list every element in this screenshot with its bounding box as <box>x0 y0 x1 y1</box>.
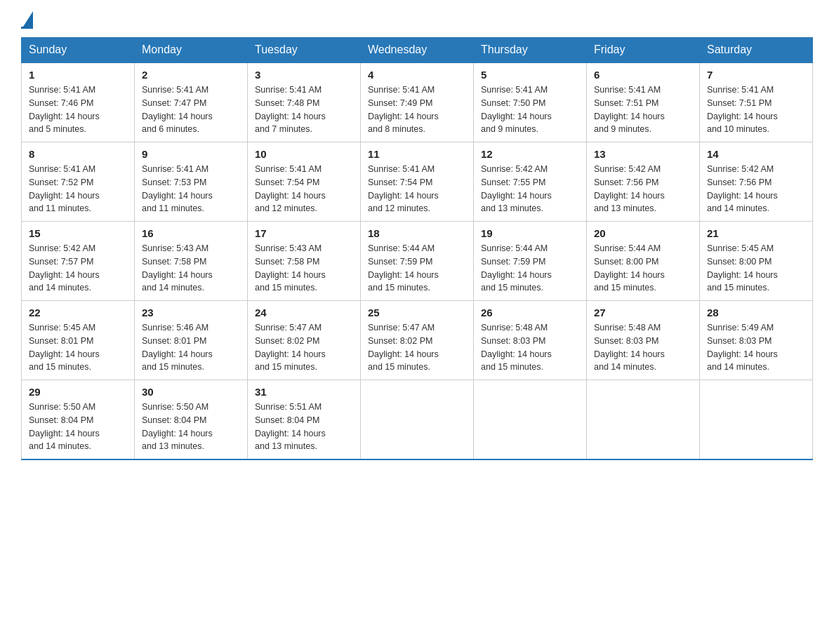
day-number: 27 <box>594 307 692 318</box>
calendar-day-cell: 14 Sunrise: 5:42 AMSunset: 7:56 PMDaylig… <box>700 142 813 222</box>
calendar-day-cell: 7 Sunrise: 5:41 AMSunset: 7:51 PMDayligh… <box>700 62 813 142</box>
day-number: 5 <box>481 69 579 81</box>
day-info: Sunrise: 5:41 AMSunset: 7:51 PMDaylight:… <box>707 83 805 136</box>
day-number: 23 <box>142 307 240 318</box>
day-info: Sunrise: 5:48 AMSunset: 8:03 PMDaylight:… <box>481 321 579 374</box>
day-number: 17 <box>255 227 353 239</box>
calendar-day-cell: 21 Sunrise: 5:45 AMSunset: 8:00 PMDaylig… <box>700 222 813 301</box>
day-number: 31 <box>255 386 353 398</box>
calendar-week-row: 29 Sunrise: 5:50 AMSunset: 8:04 PMDaylig… <box>22 380 813 460</box>
calendar-table: SundayMondayTuesdayWednesdayThursdayFrid… <box>21 37 813 460</box>
calendar-day-cell: 8 Sunrise: 5:41 AMSunset: 7:52 PMDayligh… <box>22 142 135 222</box>
calendar-day-cell: 29 Sunrise: 5:50 AMSunset: 8:04 PMDaylig… <box>22 380 135 460</box>
calendar-day-cell: 20 Sunrise: 5:44 AMSunset: 8:00 PMDaylig… <box>587 222 700 301</box>
day-number: 25 <box>368 307 466 318</box>
calendar-day-cell <box>361 380 474 460</box>
day-info: Sunrise: 5:42 AMSunset: 7:57 PMDaylight:… <box>29 242 127 295</box>
page-header <box>21 14 813 29</box>
day-info: Sunrise: 5:47 AMSunset: 8:02 PMDaylight:… <box>255 321 353 374</box>
calendar-day-cell: 2 Sunrise: 5:41 AMSunset: 7:47 PMDayligh… <box>135 62 248 142</box>
day-number: 9 <box>142 148 240 160</box>
calendar-day-cell: 19 Sunrise: 5:44 AMSunset: 7:59 PMDaylig… <box>474 222 587 301</box>
day-info: Sunrise: 5:42 AMSunset: 7:56 PMDaylight:… <box>707 163 805 215</box>
calendar-header-sunday: Sunday <box>22 38 135 63</box>
day-info: Sunrise: 5:41 AMSunset: 7:52 PMDaylight:… <box>29 163 127 215</box>
calendar-day-cell: 15 Sunrise: 5:42 AMSunset: 7:57 PMDaylig… <box>22 222 135 301</box>
day-number: 16 <box>142 227 240 239</box>
day-number: 20 <box>594 227 692 239</box>
day-number: 2 <box>142 69 240 81</box>
day-number: 3 <box>255 69 353 81</box>
day-info: Sunrise: 5:50 AMSunset: 8:04 PMDaylight:… <box>142 401 240 453</box>
day-info: Sunrise: 5:42 AMSunset: 7:56 PMDaylight:… <box>594 163 692 215</box>
calendar-day-cell: 12 Sunrise: 5:42 AMSunset: 7:55 PMDaylig… <box>474 142 587 222</box>
calendar-day-cell: 5 Sunrise: 5:41 AMSunset: 7:50 PMDayligh… <box>474 62 587 142</box>
calendar-day-cell <box>700 380 813 460</box>
day-number: 14 <box>707 148 805 160</box>
calendar-day-cell <box>474 380 587 460</box>
day-number: 28 <box>707 307 805 318</box>
calendar-day-cell: 24 Sunrise: 5:47 AMSunset: 8:02 PMDaylig… <box>248 301 361 380</box>
day-number: 4 <box>368 69 466 81</box>
day-number: 30 <box>142 386 240 398</box>
day-info: Sunrise: 5:41 AMSunset: 7:51 PMDaylight:… <box>594 83 692 136</box>
day-info: Sunrise: 5:42 AMSunset: 7:55 PMDaylight:… <box>481 163 579 215</box>
day-number: 21 <box>707 227 805 239</box>
day-info: Sunrise: 5:43 AMSunset: 7:58 PMDaylight:… <box>255 242 353 295</box>
day-info: Sunrise: 5:43 AMSunset: 7:58 PMDaylight:… <box>142 242 240 295</box>
day-info: Sunrise: 5:41 AMSunset: 7:54 PMDaylight:… <box>255 163 353 215</box>
calendar-day-cell: 1 Sunrise: 5:41 AMSunset: 7:46 PMDayligh… <box>22 62 135 142</box>
day-number: 15 <box>29 227 127 239</box>
calendar-day-cell: 9 Sunrise: 5:41 AMSunset: 7:53 PMDayligh… <box>135 142 248 222</box>
day-info: Sunrise: 5:44 AMSunset: 7:59 PMDaylight:… <box>368 242 466 295</box>
calendar-day-cell: 10 Sunrise: 5:41 AMSunset: 7:54 PMDaylig… <box>248 142 361 222</box>
day-info: Sunrise: 5:41 AMSunset: 7:46 PMDaylight:… <box>29 83 127 136</box>
calendar-day-cell: 4 Sunrise: 5:41 AMSunset: 7:49 PMDayligh… <box>361 62 474 142</box>
calendar-day-cell: 13 Sunrise: 5:42 AMSunset: 7:56 PMDaylig… <box>587 142 700 222</box>
calendar-header-friday: Friday <box>587 38 700 63</box>
day-number: 6 <box>594 69 692 81</box>
calendar-header-thursday: Thursday <box>474 38 587 63</box>
day-number: 8 <box>29 148 127 160</box>
day-info: Sunrise: 5:49 AMSunset: 8:03 PMDaylight:… <box>707 321 805 374</box>
calendar-header-wednesday: Wednesday <box>361 38 474 63</box>
logo-underline <box>21 27 33 29</box>
logo <box>21 14 33 29</box>
day-number: 26 <box>481 307 579 318</box>
day-info: Sunrise: 5:48 AMSunset: 8:03 PMDaylight:… <box>594 321 692 374</box>
calendar-day-cell: 6 Sunrise: 5:41 AMSunset: 7:51 PMDayligh… <box>587 62 700 142</box>
calendar-week-row: 15 Sunrise: 5:42 AMSunset: 7:57 PMDaylig… <box>22 222 813 301</box>
day-info: Sunrise: 5:51 AMSunset: 8:04 PMDaylight:… <box>255 401 353 453</box>
day-info: Sunrise: 5:41 AMSunset: 7:49 PMDaylight:… <box>368 83 466 136</box>
calendar-day-cell: 23 Sunrise: 5:46 AMSunset: 8:01 PMDaylig… <box>135 301 248 380</box>
day-info: Sunrise: 5:41 AMSunset: 7:47 PMDaylight:… <box>142 83 240 136</box>
day-number: 22 <box>29 307 127 318</box>
calendar-day-cell: 16 Sunrise: 5:43 AMSunset: 7:58 PMDaylig… <box>135 222 248 301</box>
day-number: 24 <box>255 307 353 318</box>
calendar-day-cell: 26 Sunrise: 5:48 AMSunset: 8:03 PMDaylig… <box>474 301 587 380</box>
day-info: Sunrise: 5:45 AMSunset: 8:01 PMDaylight:… <box>29 321 127 374</box>
calendar-day-cell: 18 Sunrise: 5:44 AMSunset: 7:59 PMDaylig… <box>361 222 474 301</box>
day-info: Sunrise: 5:47 AMSunset: 8:02 PMDaylight:… <box>368 321 466 374</box>
calendar-week-row: 8 Sunrise: 5:41 AMSunset: 7:52 PMDayligh… <box>22 142 813 222</box>
logo-triangle-icon <box>23 11 33 27</box>
day-info: Sunrise: 5:44 AMSunset: 7:59 PMDaylight:… <box>481 242 579 295</box>
day-info: Sunrise: 5:45 AMSunset: 8:00 PMDaylight:… <box>707 242 805 295</box>
day-number: 7 <box>707 69 805 81</box>
day-info: Sunrise: 5:41 AMSunset: 7:50 PMDaylight:… <box>481 83 579 136</box>
calendar-header-row: SundayMondayTuesdayWednesdayThursdayFrid… <box>22 38 813 63</box>
day-number: 13 <box>594 148 692 160</box>
day-info: Sunrise: 5:41 AMSunset: 7:54 PMDaylight:… <box>368 163 466 215</box>
calendar-header-monday: Monday <box>135 38 248 63</box>
day-info: Sunrise: 5:41 AMSunset: 7:53 PMDaylight:… <box>142 163 240 215</box>
day-number: 18 <box>368 227 466 239</box>
calendar-day-cell: 31 Sunrise: 5:51 AMSunset: 8:04 PMDaylig… <box>248 380 361 460</box>
day-number: 19 <box>481 227 579 239</box>
calendar-day-cell: 27 Sunrise: 5:48 AMSunset: 8:03 PMDaylig… <box>587 301 700 380</box>
calendar-week-row: 1 Sunrise: 5:41 AMSunset: 7:46 PMDayligh… <box>22 62 813 142</box>
calendar-week-row: 22 Sunrise: 5:45 AMSunset: 8:01 PMDaylig… <box>22 301 813 380</box>
calendar-day-cell <box>587 380 700 460</box>
day-info: Sunrise: 5:44 AMSunset: 8:00 PMDaylight:… <box>594 242 692 295</box>
calendar-day-cell: 11 Sunrise: 5:41 AMSunset: 7:54 PMDaylig… <box>361 142 474 222</box>
calendar-day-cell: 22 Sunrise: 5:45 AMSunset: 8:01 PMDaylig… <box>22 301 135 380</box>
